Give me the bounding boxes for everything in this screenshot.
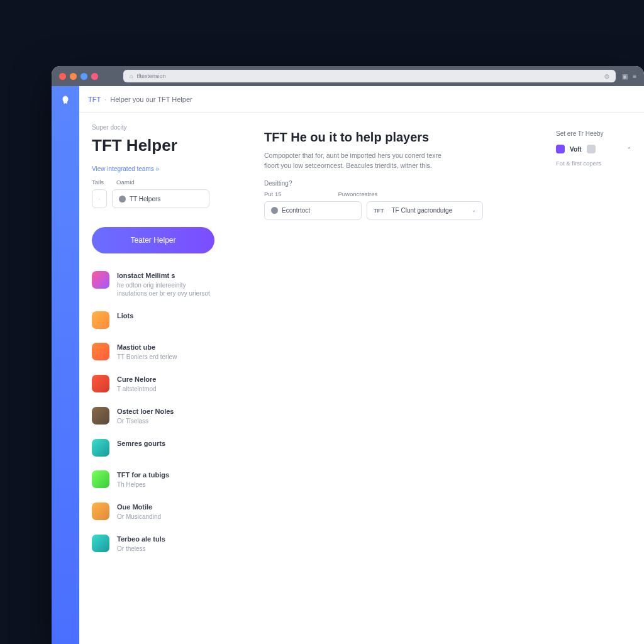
feature-item[interactable]: Mastiot ube TT Boniers erd terlew: [92, 343, 249, 361]
dot-blue[interactable]: [80, 73, 87, 80]
app-window: ⌂ tftextension ◎ ▣ ≡ TFT · Helper you ou…: [52, 66, 644, 644]
url-action-icon[interactable]: ◎: [604, 73, 609, 79]
feature-subtitle: Or theless: [117, 545, 165, 553]
filter-header-4: Puwoncrestres: [338, 191, 377, 197]
page-title: TFT Helper: [92, 136, 249, 155]
feature-icon: [92, 535, 109, 552]
chevron-down-icon: ⌄: [472, 208, 476, 213]
feature-list: Ionstact Meilimt s he odton orig interee…: [92, 271, 249, 553]
filter-header-2: Oarnid: [116, 179, 135, 186]
feature-item[interactable]: Liots: [92, 311, 249, 329]
feature-title: Semres gourts: [117, 440, 165, 447]
feature-item[interactable]: Ionstact Meilimt s he odton orig interee…: [92, 271, 249, 297]
cta-label: Teater Helper: [130, 236, 175, 245]
right-column: Set ere Tr Heeby Voft ⌃ Fot & first cope…: [556, 124, 631, 567]
right-link[interactable]: Fot & first copers: [556, 160, 631, 167]
badge-text: Voft: [570, 146, 582, 153]
feature-icon: [92, 439, 109, 457]
feature-item[interactable]: Semres gourts: [92, 439, 249, 457]
cta-button[interactable]: Teater Helper: [92, 227, 214, 253]
feature-item[interactable]: Ostect loer Noles Or Tiselass: [92, 407, 249, 425]
feature-title: Ostect loer Noles: [117, 408, 174, 415]
feature-body: Semres gourts: [117, 439, 165, 449]
eyebrow-label: Super docity: [92, 124, 249, 131]
center-heading: TFT He ou it to help players: [264, 130, 541, 145]
lock-icon: ⌂: [130, 73, 133, 79]
feature-subtitle: Or Musicandind: [117, 513, 161, 521]
feature-body: Mastiot ube TT Boniers erd terlew: [117, 343, 177, 361]
breadcrumb-bar: TFT · Helper you our TFT Helper: [79, 86, 644, 113]
feature-title: Ionstact Meilimt s: [117, 272, 218, 279]
center-detail-label: Desitting?: [264, 180, 541, 187]
center-column: TFT He ou it to help players Compopoter …: [264, 124, 541, 567]
feature-title: Cure Nelore: [117, 375, 157, 383]
feature-icon: [92, 407, 109, 425]
feature-title: Mastiot ube: [117, 343, 177, 351]
center-description: Compopoter that for, aunt be imported he…: [264, 151, 453, 171]
chrome-actions: ▣ ≡: [622, 73, 636, 80]
feature-icon: [92, 311, 109, 329]
feature-subtitle: Th Helpes: [117, 480, 169, 489]
filter-headers-center: Put 15 Puwoncrestres: [264, 191, 541, 197]
feature-title: TFT for a tubigs: [117, 471, 169, 479]
filter-headers-left: Tails Oarnid: [92, 179, 249, 186]
left-column: Super docity TFT Helper View integrated …: [92, 124, 249, 567]
filter-icon: [119, 196, 126, 203]
url-text: tftextension: [136, 73, 165, 79]
feature-body: Ionstact Meilimt s he odton orig interee…: [117, 271, 218, 297]
filter-row-left: · TT Helpers: [92, 189, 249, 208]
close-dot[interactable]: [59, 73, 66, 80]
feature-body: TFT for a tubigs Th Helpes: [117, 470, 169, 489]
feature-body: Liots: [117, 311, 133, 321]
url-bar[interactable]: ⌂ tftextension ◎: [123, 70, 616, 82]
globe-icon: [271, 207, 278, 214]
feature-title: Terbeo ale tuls: [117, 535, 165, 543]
filter3-prefix: TFT: [374, 208, 384, 214]
filter-header-1: Tails: [92, 179, 104, 186]
breadcrumb-link[interactable]: TFT: [88, 96, 101, 103]
browser-chrome: ⌂ tftextension ◎ ▣ ≡: [52, 66, 644, 86]
filter3-label: TF Clunt gacrondutge: [392, 207, 453, 214]
feature-icon: [92, 502, 109, 520]
chevron-icon: ⌃: [627, 147, 631, 152]
rocket-icon[interactable]: [60, 95, 71, 106]
feature-body: Terbeo ale tuls Or theless: [117, 535, 165, 553]
feature-subtitle: TT Boniers erd terlew: [117, 353, 177, 361]
badge-secondary-icon: [587, 145, 596, 153]
side-rail: [52, 86, 79, 644]
feature-icon: [92, 271, 109, 289]
filter-helpers[interactable]: TT Helpers: [112, 189, 209, 208]
feature-subtitle: Or Tiselass: [117, 417, 174, 425]
extension-icon[interactable]: ▣: [622, 73, 628, 80]
right-badge-item[interactable]: Voft ⌃: [556, 145, 631, 153]
feature-icon: [92, 375, 109, 392]
app-body: TFT · Helper you our TFT Helper Super do…: [52, 86, 644, 644]
breadcrumb-text: Helper you our TFT Helper: [110, 96, 192, 103]
content-area: TFT · Helper you our TFT Helper Super do…: [79, 86, 644, 644]
filter-contract[interactable]: Econtrtoct: [264, 201, 362, 220]
feature-subtitle: T altsteintmod: [117, 385, 157, 393]
feature-item[interactable]: Cure Nelore T altsteintmod: [92, 375, 249, 393]
badge-icon: [556, 145, 565, 153]
feature-body: Ostect loer Noles Or Tiselass: [117, 407, 174, 425]
feature-body: Oue Motile Or Musicandind: [117, 502, 161, 521]
feature-title: Oue Motile: [117, 503, 161, 511]
feature-item[interactable]: Terbeo ale tuls Or theless: [92, 535, 249, 553]
filter-client[interactable]: TFT TF Clunt gacrondutge ⌄: [367, 201, 483, 220]
feature-item[interactable]: TFT for a tubigs Th Helpes: [92, 470, 249, 489]
filter-prefix-box[interactable]: ·: [92, 189, 107, 208]
filter2-label: Econtrtoct: [282, 207, 310, 214]
menu-icon[interactable]: ≡: [633, 73, 636, 80]
feature-title: Liots: [117, 312, 133, 319]
dot-pink[interactable]: [91, 73, 98, 80]
feature-subtitle: he odton orig intereeinity insutations o…: [117, 281, 218, 297]
url-actions: ◎: [604, 73, 609, 79]
filter-row-center: Econtrtoct TFT TF Clunt gacrondutge ⌄: [264, 201, 541, 220]
traffic-lights: [59, 73, 98, 80]
view-teams-link[interactable]: View integrated teams »: [92, 165, 249, 172]
breadcrumb-separator: ·: [104, 96, 106, 103]
feature-icon: [92, 343, 109, 360]
filter-label: TT Helpers: [130, 196, 160, 203]
min-dot[interactable]: [70, 73, 77, 80]
feature-item[interactable]: Oue Motile Or Musicandind: [92, 502, 249, 521]
